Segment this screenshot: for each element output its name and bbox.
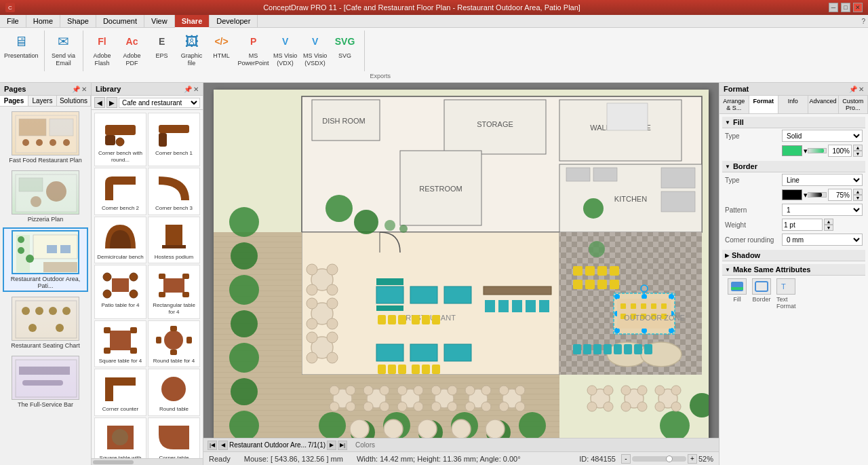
fill-opacity-slider[interactable] — [808, 148, 827, 153]
maximize-btn[interactable]: □ — [841, 3, 850, 12]
pages-tab-solutions[interactable]: Solutions — [57, 96, 91, 106]
format-close-btn[interactable]: ✕ — [859, 86, 864, 93]
tab-document[interactable]: Document — [96, 15, 144, 27]
ribbon-item-html[interactable]: </> HTML — [208, 31, 235, 60]
fill-opacity-up-btn[interactable]: ▲ — [853, 145, 863, 151]
page-item-bar[interactable]: The Full-Service Bar — [3, 354, 88, 410]
library-item-7[interactable]: Rectangular table for 4 — [148, 265, 200, 318]
make-same-header[interactable]: ▼ Make Same Attributes — [722, 264, 865, 276]
library-close-btn[interactable]: ✕ — [193, 86, 199, 93]
zoom-out-btn[interactable]: - — [621, 454, 631, 464]
library-item-11[interactable]: Round table — [148, 369, 200, 416]
tab-home[interactable]: Home — [26, 15, 60, 27]
zoom-slider[interactable] — [632, 456, 686, 462]
zoom-in-btn[interactable]: + — [688, 454, 697, 464]
border-type-select[interactable]: Line None Dashed — [782, 174, 863, 186]
fill-section-header[interactable]: ▼ Fill — [722, 117, 865, 128]
shadow-section-header[interactable]: ▶ Shadow — [722, 250, 865, 261]
library-item-icon-9 — [154, 324, 195, 358]
ribbon-item-presentation[interactable]: 🖥 Presentation — [4, 31, 39, 60]
border-weight-down-btn[interactable]: ▼ — [824, 225, 833, 231]
pages-pin-btn[interactable]: 📌 — [72, 86, 80, 93]
ribbon-item-eps[interactable]: E EPS — [149, 31, 176, 60]
make-same-fill[interactable]: Fill — [728, 278, 747, 310]
page-item-outdoor[interactable]: Restaurant Outdoor Area, Pati... — [3, 227, 88, 292]
library-item-2[interactable]: Corner bench 2 — [94, 168, 146, 215]
minimize-btn[interactable]: ─ — [829, 3, 838, 12]
library-item-6[interactable]: Patio table for 4 — [94, 265, 146, 318]
library-item-10[interactable]: Corner counter — [94, 369, 146, 416]
border-corner-select[interactable]: 0 mm 1 mm 2 mm — [782, 234, 863, 246]
border-pattern-select[interactable]: 1 2 3 — [782, 204, 863, 216]
library-scroll-thumb[interactable] — [93, 460, 134, 464]
pages-close-btn[interactable]: ✕ — [81, 86, 87, 93]
library-category-select[interactable]: Cafe and restaurant — [119, 98, 200, 108]
canvas-content[interactable]: DISH ROOM STORAGE WALK IN FRIDGE KITCHEN — [214, 90, 709, 438]
fill-opacity-down-btn[interactable]: ▼ — [853, 151, 863, 157]
graphic-label: Graphicfile — [181, 52, 203, 67]
library-item-3[interactable]: Corner bench 3 — [148, 168, 200, 215]
border-corner-label: Corner rounding — [725, 236, 779, 244]
ribbon-item-visio-vsdx[interactable]: V MS Visio(VSDX) — [302, 31, 329, 67]
canvas-prev-btn[interactable]: ◀ — [218, 441, 228, 450]
tab-developer[interactable]: Developer — [210, 15, 258, 27]
fill-type-select[interactable]: Solid None Gradient — [782, 130, 863, 142]
border-opacity-down-btn[interactable]: ▼ — [853, 195, 863, 201]
ribbon-item-email[interactable]: ✉ Send viaEmail — [50, 31, 77, 67]
ribbon-item-ppt[interactable]: P MSPowerPoint — [238, 31, 269, 67]
library-item-8[interactable]: Square table for 4 — [94, 320, 146, 368]
library-prev-btn[interactable]: ◀ — [94, 97, 105, 108]
format-pin-btn[interactable]: 📌 — [849, 86, 857, 93]
border-opacity-input[interactable] — [828, 189, 852, 201]
canvas-first-btn[interactable]: |◀ — [208, 441, 217, 450]
canvas-next-btn[interactable]: ▶ — [327, 441, 336, 450]
fill-opacity-input[interactable] — [828, 145, 852, 157]
pages-tab-pages[interactable]: Pages — [0, 96, 28, 106]
ribbon-item-svg[interactable]: SVG SVG — [332, 31, 359, 60]
library-item-5[interactable]: Hostess podium — [148, 217, 200, 264]
format-tab-advanced[interactable]: Advanced — [808, 96, 839, 113]
library-item-13[interactable]: Corner table — [148, 417, 200, 458]
format-tab-format[interactable]: Format — [749, 96, 779, 113]
library-pin-btn[interactable]: 📌 — [184, 86, 192, 93]
graphic-icon: 🖼 — [181, 31, 203, 52]
border-weight-input[interactable] — [782, 219, 823, 231]
library-item-4[interactable]: Demicircular bench — [94, 217, 146, 264]
svg-point-241 — [384, 220, 395, 231]
fill-color-swatch[interactable] — [782, 145, 802, 156]
make-same-border[interactable]: Border — [752, 278, 771, 310]
format-tab-arrange[interactable]: Arrange & S... — [719, 96, 749, 113]
ribbon-item-pdf[interactable]: Ac AdobePDF — [119, 31, 146, 67]
svg-rect-245 — [593, 344, 601, 354]
page-item-seating[interactable]: Restaurant Seating Chart — [3, 295, 88, 351]
ribbon-item-visio-vdx[interactable]: V MS Visio(VDX) — [272, 31, 299, 67]
border-opacity-slider[interactable] — [808, 192, 827, 198]
pages-tab-layers[interactable]: Layers — [28, 96, 57, 106]
library-next-btn[interactable]: ▶ — [106, 97, 117, 108]
border-section-header[interactable]: ▼ Border — [722, 161, 865, 172]
tab-view[interactable]: View — [144, 15, 175, 27]
library-item-12[interactable]: Square table with round... — [94, 417, 146, 458]
border-opacity-up-btn[interactable]: ▲ — [853, 189, 863, 195]
library-item-1[interactable]: Corner bench 1 — [148, 113, 200, 166]
make-same-text[interactable]: T TextFormat — [776, 278, 796, 310]
border-weight-up-btn[interactable]: ▲ — [824, 219, 833, 225]
tab-share[interactable]: Share — [175, 15, 210, 28]
ribbon-item-graphic[interactable]: 🖼 Graphicfile — [178, 31, 205, 67]
canvas-scroll[interactable]: DISH ROOM STORAGE WALK IN FRIDGE KITCHEN — [203, 83, 719, 438]
window-controls: ─ □ ✕ — [829, 3, 863, 12]
ribbon-icon-area[interactable]: ? — [861, 18, 865, 25]
format-tab-custom[interactable]: Custom Pro... — [839, 96, 868, 113]
border-color-swatch[interactable] — [782, 189, 802, 200]
svg-rect-46 — [182, 274, 189, 279]
ribbon-item-flash[interactable]: Fl AdobeFlash — [89, 31, 116, 67]
close-btn[interactable]: ✕ — [853, 3, 863, 12]
tab-file[interactable]: File — [0, 15, 26, 27]
library-item-9[interactable]: Round table for 4 — [148, 320, 200, 368]
library-item-0[interactable]: Corner bench with round... — [94, 113, 146, 166]
format-tab-info[interactable]: Info — [778, 96, 808, 113]
tab-shape[interactable]: Shape — [60, 15, 96, 27]
page-item-pizzeria[interactable]: Pizzeria Plan — [3, 168, 88, 225]
page-item-fastfood[interactable]: Fast Food Restaurant Plan — [3, 109, 88, 166]
canvas-last-btn[interactable]: ▶| — [338, 441, 347, 450]
